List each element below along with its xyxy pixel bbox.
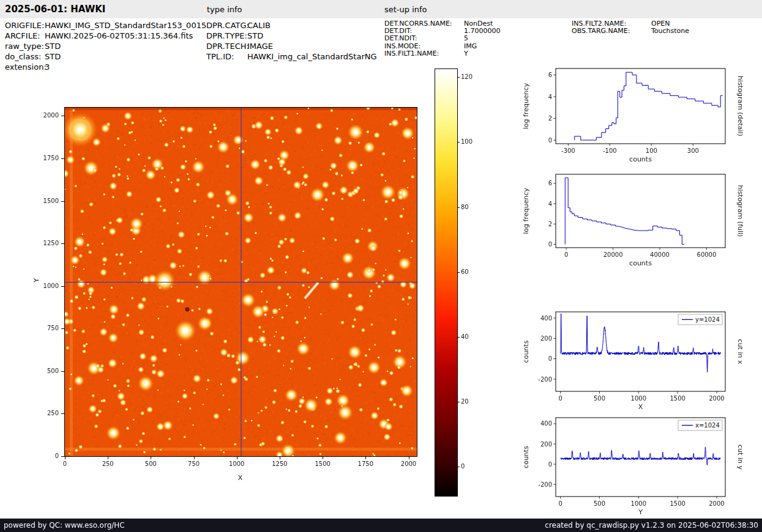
info-label: OBS.TARG.NAME: xyxy=(572,28,651,35)
y-axis-label: log frequency xyxy=(522,188,530,234)
y-tick-label: 0 xyxy=(548,241,552,248)
y-tick-label: 6 xyxy=(548,180,552,187)
qc-report-page: 2025-06-01: HAWKI type info set-up info … xyxy=(0,0,762,532)
right-axis-label: cut in y xyxy=(736,445,744,470)
legend-label: y=1024 xyxy=(695,316,720,323)
info-label: ORIGFILE: xyxy=(5,20,45,31)
x-axis-label: Y xyxy=(638,508,643,516)
histogram-detail-chart: -300-1001003000246countslog frequencyhis… xyxy=(520,65,744,164)
info-row: ARCFILE:HAWKI.2025-06-02T05:31:15.364.fi… xyxy=(5,31,206,41)
x-tick-label: 100 xyxy=(646,147,657,154)
x-tick-mark xyxy=(151,457,151,459)
x-tick-mark xyxy=(409,457,409,459)
footer-created-by: created by qc_rawdisp.py v1.2.3 on 2025-… xyxy=(545,521,758,530)
x-tick-label: 0 xyxy=(51,460,78,467)
x-tick-label: 500 xyxy=(594,395,605,402)
y-tick-label: 500 xyxy=(33,368,59,374)
colorbar-tick-label: 40 xyxy=(461,333,479,340)
series-hist-detail xyxy=(575,72,723,140)
colorbar-tick-label: 120 xyxy=(461,73,479,80)
x-tick-label: 1750 xyxy=(352,460,379,467)
file-info-block: ORIGFILE:HAWKI_IMG_STD_StandardStar153_0… xyxy=(5,20,206,72)
info-row: DPR.TYPE:STD xyxy=(206,31,377,41)
colorbar xyxy=(435,68,458,497)
info-value: 1.7000000 xyxy=(464,28,501,35)
info-value: HAWKI.2025-06-02T05:31:15.364.fits xyxy=(45,31,193,41)
y-tick-label: 4 xyxy=(548,201,552,207)
x-tick-mark xyxy=(65,457,65,459)
x-tick-label: 60000 xyxy=(697,251,717,258)
y-tick-label: 2 xyxy=(548,115,552,122)
image-panel xyxy=(64,107,417,457)
histogram-full-plot: 02000040000600000246countslog frequencyh… xyxy=(520,171,744,268)
info-row: DPR.TECH:IMAGE xyxy=(206,41,377,51)
x-tick-mark xyxy=(194,457,195,459)
y-tick-label: 250 xyxy=(33,410,59,416)
y-tick-label: 0 xyxy=(33,453,59,459)
y-tick-label: -200 xyxy=(538,376,552,383)
image-y-axis-label: Y xyxy=(32,278,40,283)
x-tick-mark xyxy=(108,457,108,459)
x-tick-label: 40000 xyxy=(650,251,670,258)
x-tick-label: 250 xyxy=(94,460,121,467)
info-label: DET.NDIT: xyxy=(384,35,464,42)
info-row: DET.NDIT:5 xyxy=(384,35,501,42)
y-tick-label: 750 xyxy=(33,325,59,331)
y-tick-label: 0 xyxy=(548,461,552,468)
y-tick-label: 400 xyxy=(540,315,552,322)
y-tick-label: 2000 xyxy=(33,112,59,119)
info-label: TPL.ID: xyxy=(206,51,247,62)
cut-in-x-plot: 0500100015002000-2000200400Xcountscut in… xyxy=(520,308,744,412)
y-tick-label: 0 xyxy=(548,355,552,362)
x-tick-mark xyxy=(237,457,237,459)
info-label: INS.FILT1.NAME: xyxy=(384,50,464,57)
info-value: 3 xyxy=(45,62,50,72)
x-tick-mark xyxy=(323,457,323,459)
x-tick-label: 500 xyxy=(137,460,164,467)
info-row: TPL.ID:HAWKI_img_cal_StandardStarNG xyxy=(206,51,377,62)
colorbar-tick-label: 60 xyxy=(461,268,479,275)
plot-frame xyxy=(556,174,725,248)
series-cut-y xyxy=(561,447,720,465)
y-tick-label: 1750 xyxy=(33,155,59,161)
x-tick-label: 1250 xyxy=(266,460,293,467)
colorbar-tick-label: 20 xyxy=(461,398,479,405)
x-tick-mark xyxy=(280,457,280,459)
info-row: INS.FILT1.NAME:Y xyxy=(384,50,501,57)
x-tick-label: 0 xyxy=(564,251,568,258)
x-tick-label: 2000 xyxy=(709,395,724,402)
setup-info-block-b: INS.FILT2.NAME:OPEN OBS.TARG.NAME:Touchs… xyxy=(572,20,689,35)
info-row: OBS.TARG.NAME:Touchstone xyxy=(572,28,689,35)
x-tick-label: 1500 xyxy=(670,395,685,402)
y-tick-label: 200 xyxy=(540,441,552,448)
info-value: HAWKI_img_cal_StandardStarNG xyxy=(247,51,377,62)
colorbar-tick-label: 0 xyxy=(461,463,479,470)
legend-label: x=1024 xyxy=(695,422,720,429)
info-label: ARCFILE: xyxy=(5,31,45,41)
plot-frame xyxy=(556,68,725,144)
info-row: raw_type:STD xyxy=(5,41,206,51)
x-tick-label: 300 xyxy=(687,147,699,154)
x-tick-label: 1500 xyxy=(309,460,336,467)
info-value: IMG xyxy=(464,43,477,50)
star-field-image xyxy=(65,108,417,456)
y-tick-label: 1000 xyxy=(33,283,59,289)
cut-in-y-plot: 0500100015002000-2000200400Ycountscut in… xyxy=(520,414,744,517)
x-tick-label: 1000 xyxy=(631,500,646,507)
info-row: DPR.CATG:CALIB xyxy=(206,20,377,31)
y-axis-label: counts xyxy=(522,340,530,363)
info-label: DPR.TECH: xyxy=(206,41,247,51)
x-tick-label: 2000 xyxy=(709,500,724,507)
series-hist-full xyxy=(565,178,684,245)
info-label: DPR.TYPE: xyxy=(206,31,247,41)
setup-info-block-a: DET.NCORRS.NAME:NonDest DET.DIT:1.700000… xyxy=(384,20,501,57)
y-tick-label: 400 xyxy=(540,420,552,427)
info-row: extension:3 xyxy=(5,62,206,72)
x-axis-label: counts xyxy=(629,155,652,163)
info-label: INS.MODE: xyxy=(384,43,464,50)
right-axis-label: histogram (detail) xyxy=(736,76,744,136)
y-tick-label: 4 xyxy=(548,94,552,100)
page-title: 2025-06-01: HAWKI xyxy=(5,4,105,15)
colorbar-tick-label: 100 xyxy=(461,138,479,145)
cut-in-y-chart: 0500100015002000-2000200400Ycountscut in… xyxy=(520,414,744,517)
